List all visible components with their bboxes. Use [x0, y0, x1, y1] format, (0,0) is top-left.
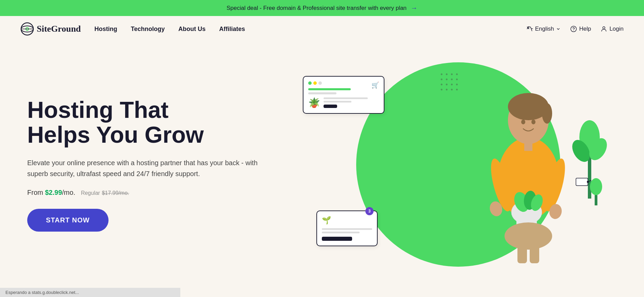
card-product-row: 🪴 — [308, 97, 379, 108]
status-text: Esperando a stats.g.doubleclick.net... — [5, 290, 79, 295]
checkout-line-4 — [322, 232, 360, 233]
ui-card-ecommerce: 🛒 🪴 — [303, 76, 384, 114]
translate-icon — [526, 26, 533, 32]
nav-item-hosting[interactable]: Hosting — [95, 26, 117, 33]
hero-description: Elevate your online presence with a host… — [27, 157, 265, 179]
nav-item-technology[interactable]: Technology — [131, 26, 165, 33]
nav-item-affiliates[interactable]: Affiliates — [219, 26, 245, 33]
svg-point-41 — [456, 79, 458, 80]
language-label: English — [535, 26, 554, 32]
svg-point-49 — [456, 89, 458, 91]
svg-point-30 — [590, 178, 602, 195]
svg-point-9 — [542, 103, 552, 124]
language-selector[interactable]: English — [526, 26, 561, 32]
svg-point-45 — [456, 84, 458, 85]
product-line-2 — [324, 101, 351, 103]
dot-gray — [318, 81, 322, 85]
svg-point-34 — [441, 74, 443, 75]
start-now-button[interactable]: START NOW — [27, 209, 109, 232]
small-plant-icon: 🌱 — [322, 216, 331, 225]
logo-text: SiteGround — [37, 24, 81, 34]
svg-point-44 — [451, 84, 453, 85]
regular-price: $17.99/mo. — [102, 190, 129, 196]
help-link[interactable]: Help — [570, 26, 591, 32]
hero-section: Hosting That Helps You Grow Elevate your… — [0, 42, 644, 287]
svg-point-38 — [441, 79, 443, 80]
promo-banner: Special deal - Free domain & Professiona… — [0, 0, 644, 16]
headline-line2: Helps You Grow — [27, 122, 204, 147]
hero-headline: Hosting That Helps You Grow — [27, 97, 299, 147]
svg-point-37 — [456, 74, 458, 75]
headline-line1: Hosting That — [27, 97, 169, 123]
regular-label: Regular — [81, 190, 100, 196]
nav-menu: Hosting Technology About Us Affiliates — [95, 26, 526, 33]
help-icon — [570, 26, 577, 32]
card-text-lines — [324, 97, 379, 108]
svg-point-48 — [451, 89, 453, 91]
svg-point-42 — [441, 84, 443, 85]
nav-item-about[interactable]: About Us — [178, 26, 205, 33]
dot-pattern-top — [440, 73, 467, 100]
dot-yellow — [313, 81, 317, 85]
ui-card-checkout: 3 🌱 — [316, 210, 378, 246]
svg-point-39 — [446, 79, 448, 80]
svg-point-22 — [505, 222, 552, 250]
price-value: $2.99 — [45, 189, 62, 196]
svg-point-11 — [531, 120, 535, 124]
svg-rect-24 — [530, 243, 539, 263]
banner-arrow[interactable]: → — [411, 4, 417, 12]
status-bar: Esperando a stats.g.doubleclick.net... — [0, 288, 180, 297]
cart-icon: 🛒 — [371, 81, 379, 89]
main-nav: SiteGround Hosting Technology About Us A… — [0, 16, 644, 42]
add-to-cart-btn — [324, 105, 337, 108]
svg-point-4 — [571, 26, 577, 32]
banner-text: Special deal - Free domain & Professiona… — [227, 5, 407, 12]
nav-right: English Help Login — [526, 26, 624, 32]
product-line-1 — [324, 97, 368, 99]
from-label: From — [27, 189, 43, 196]
login-link[interactable]: Login — [600, 26, 624, 32]
window-dots — [308, 81, 379, 85]
woman-illustration — [467, 69, 590, 267]
svg-point-35 — [446, 74, 448, 75]
pricing-info: From $2.99/mo. Regular $17.99/mo. — [27, 189, 299, 197]
login-label: Login — [609, 26, 624, 32]
logo[interactable]: SiteGround — [20, 22, 81, 36]
chevron-down-icon — [556, 27, 561, 31]
notification-badge: 3 — [365, 207, 374, 215]
card-line-2 — [308, 92, 336, 94]
per-mo: /mo. — [62, 189, 75, 196]
plant-icon: 🪴 — [308, 97, 320, 108]
hero-content: Hosting That Helps You Grow Elevate your… — [27, 97, 299, 232]
svg-rect-23 — [517, 243, 527, 263]
checkout-line-3 — [322, 228, 372, 230]
svg-point-5 — [603, 27, 605, 29]
svg-point-43 — [446, 84, 448, 85]
svg-point-10 — [521, 120, 525, 124]
svg-point-46 — [441, 89, 443, 91]
help-label: Help — [579, 26, 591, 32]
svg-point-36 — [451, 74, 453, 75]
card-line-1 — [308, 88, 351, 90]
hero-illustration: 🛒 🪴 3 🌱 — [299, 62, 617, 267]
dot-green — [308, 81, 312, 85]
svg-rect-12 — [524, 141, 532, 151]
svg-point-47 — [446, 89, 448, 91]
checkout-btn — [322, 237, 352, 241]
svg-point-40 — [451, 79, 453, 80]
user-icon — [600, 26, 607, 32]
